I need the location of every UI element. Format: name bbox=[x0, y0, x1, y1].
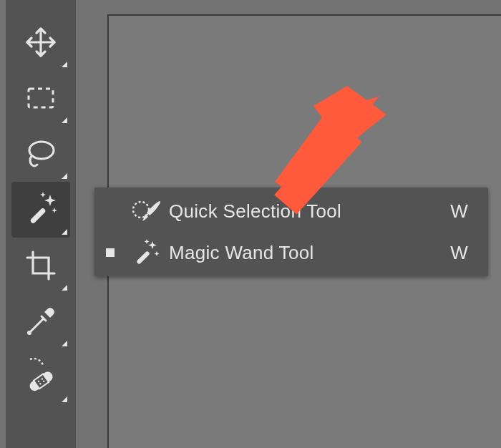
move-tool[interactable] bbox=[11, 14, 70, 70]
flyout-item-shortcut: W bbox=[450, 200, 468, 223]
eyedropper-icon bbox=[23, 303, 59, 339]
rectangular-marquee-tool[interactable] bbox=[11, 70, 70, 126]
svg-marker-19 bbox=[145, 239, 150, 244]
svg-marker-18 bbox=[148, 241, 157, 249]
active-indicator bbox=[106, 207, 115, 215]
flyout-item-label: Quick Selection Tool bbox=[165, 200, 450, 223]
flyout-indicator-icon bbox=[62, 229, 67, 235]
flyout-item-shortcut: W bbox=[450, 242, 468, 264]
svg-point-3 bbox=[29, 142, 54, 159]
magic-wand-icon bbox=[129, 238, 165, 267]
move-icon bbox=[23, 24, 59, 60]
svg-point-8 bbox=[27, 331, 31, 335]
svg-rect-2 bbox=[29, 89, 53, 107]
svg-marker-7 bbox=[52, 208, 57, 213]
flyout-item-label: Magic Wand Tool bbox=[165, 242, 450, 264]
quick-selection-icon bbox=[129, 197, 165, 225]
crop-icon bbox=[23, 248, 59, 283]
svg-marker-20 bbox=[155, 251, 160, 256]
eyedropper-tool[interactable] bbox=[11, 293, 70, 349]
flyout-indicator-icon bbox=[62, 62, 67, 67]
marquee-icon bbox=[23, 80, 59, 116]
active-indicator bbox=[106, 248, 115, 257]
spot-healing-brush-tool[interactable] bbox=[11, 349, 70, 405]
flyout-item-magic-wand[interactable]: Magic Wand Tool W bbox=[94, 232, 488, 273]
flyout-indicator-icon bbox=[62, 285, 67, 291]
flyout-indicator-icon bbox=[62, 341, 67, 346]
selection-tool-group[interactable] bbox=[11, 182, 70, 238]
flyout-indicator-icon bbox=[62, 173, 67, 179]
flyout-item-quick-selection[interactable]: Quick Selection Tool W bbox=[94, 190, 488, 232]
svg-marker-6 bbox=[40, 192, 46, 198]
selection-tool-flyout: Quick Selection Tool W Magic Wand Tool W bbox=[94, 188, 488, 276]
lasso-icon bbox=[23, 136, 59, 172]
magic-wand-icon bbox=[21, 190, 60, 229]
flyout-indicator-icon bbox=[62, 396, 67, 402]
crop-tool[interactable] bbox=[11, 238, 70, 293]
bandage-icon bbox=[21, 358, 60, 396]
lasso-tool[interactable] bbox=[11, 126, 70, 182]
svg-rect-17 bbox=[136, 250, 150, 265]
svg-marker-5 bbox=[44, 195, 56, 206]
flyout-indicator-icon bbox=[62, 117, 67, 123]
tools-panel bbox=[6, 0, 76, 448]
svg-rect-4 bbox=[29, 208, 46, 224]
